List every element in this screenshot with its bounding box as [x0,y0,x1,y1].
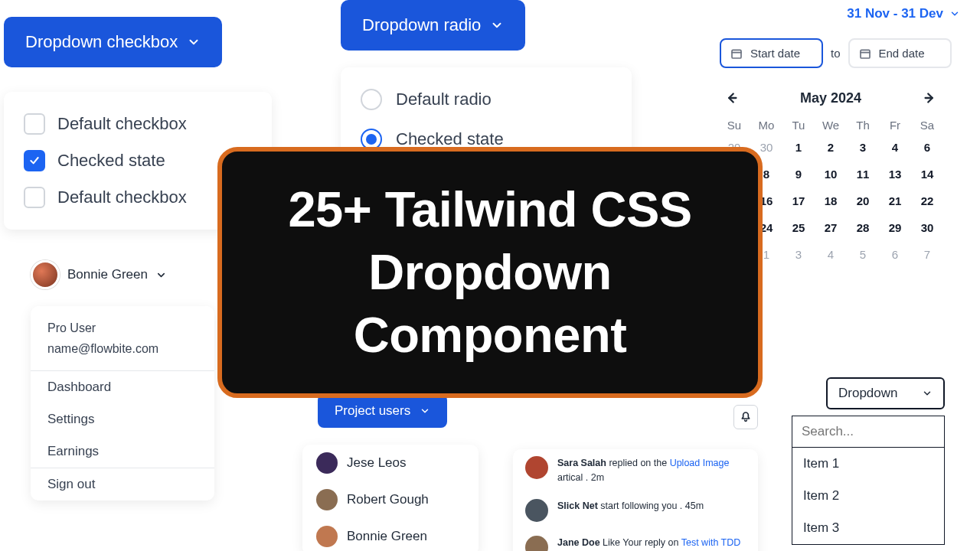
project-user-row[interactable]: Bonnie Green [302,518,479,551]
calendar-day[interactable]: 9 [784,163,813,185]
dropdown-item[interactable]: Item 2 [792,480,944,512]
calendar-day[interactable]: 4 [816,243,845,266]
user-menu: Pro User name@flowbite.com DashboardSett… [31,306,214,500]
project-user-row[interactable]: Robert Gough [302,481,479,518]
calendar-dow: Fr [880,119,910,132]
avatar [525,536,548,552]
date-range-label: 31 Nov - 31 Dev [847,6,943,21]
signout-item[interactable]: Sign out [31,468,214,500]
radio-label: Default radio [396,90,492,109]
dropdown-radio-button[interactable]: Dropdown radio [341,0,525,51]
bell-icon [740,411,752,423]
chevron-down-icon [490,18,504,32]
notification-row[interactable]: Jane Doe Like Your reply on Test with TD… [513,529,758,552]
user-email: name@flowbite.com [47,338,198,359]
avatar [525,456,548,479]
dropdown-item[interactable]: Item 1 [792,448,944,480]
calendar-day[interactable]: 2 [816,136,845,158]
prev-month-arrow[interactable] [723,90,740,106]
calendar-day[interactable]: 11 [848,163,877,185]
notification-text: Sara Salah replied on the Upload Image a… [557,456,746,485]
to-label: to [831,47,841,60]
calendar-day[interactable]: 29 [880,217,910,239]
calendar-day[interactable]: 20 [848,190,877,212]
notification-row[interactable]: Sara Salah replied on the Upload Image a… [513,449,758,492]
checkbox-icon [24,113,45,135]
chevron-down-icon [155,269,167,281]
calendar-dow: Mo [752,119,781,132]
dropdown-checkbox-button[interactable]: Dropdown checkbox [4,17,222,67]
project-user-row[interactable]: Jese Leos [302,445,479,481]
calendar-day[interactable]: 10 [816,163,845,185]
checkbox-label: Default checkbox [57,114,187,134]
simple-dropdown-label: Dropdown [838,386,898,401]
calendar-day[interactable]: 18 [816,190,845,212]
next-month-arrow[interactable] [922,90,939,106]
calendar-day[interactable]: 3 [848,136,877,158]
calendar-day[interactable]: 6 [913,136,942,158]
menu-item[interactable]: Settings [31,403,214,435]
calendar-day[interactable]: 5 [848,243,877,266]
calendar-day[interactable]: 13 [880,163,910,185]
dropdown-checkbox-label: Dropdown checkbox [25,32,178,52]
project-user-name: Jese Leos [347,455,407,471]
start-date-placeholder: Start date [750,47,800,60]
calendar-day[interactable]: 7 [913,243,942,266]
calendar-day[interactable]: 6 [880,243,910,266]
calendar-day[interactable]: 17 [784,190,813,212]
project-users-button[interactable]: Project users [318,394,447,428]
calendar-day[interactable]: 27 [816,217,845,239]
chevron-down-icon [949,8,960,19]
checkbox-label: Checked state [57,151,165,171]
title-banner: 25+ Tailwind CSS Dropdown Component [217,147,763,398]
chevron-down-icon [187,35,201,49]
calendar-dow: Th [848,119,877,132]
calendar-day[interactable]: 21 [880,190,910,212]
calendar-dow: Tu [784,119,813,132]
checkbox-icon [24,187,45,208]
avatar [31,260,60,289]
notification-row[interactable]: Slick Net start following you . 45m [513,492,758,529]
calendar-icon [859,47,871,60]
calendar-day[interactable]: 30 [913,217,942,239]
calendar-day[interactable]: 1 [784,136,813,158]
avatar [316,452,338,474]
project-users-panel: Jese LeosRobert GoughBonnie Green [302,445,479,551]
calendar-dow: Sa [913,119,942,132]
end-date-input[interactable]: End date [848,38,952,68]
calendar-day[interactable]: 4 [880,136,910,158]
notifications-button[interactable] [733,405,758,429]
simple-dropdown-panel: Item 1Item 2Item 3 [792,416,945,545]
checkbox-label: Default checkbox [57,187,187,207]
calendar-day[interactable]: 22 [913,190,942,212]
calendar-day[interactable]: 3 [784,243,813,266]
simple-dropdown-button[interactable]: Dropdown [826,377,945,409]
menu-item[interactable]: Earnings [31,435,214,468]
calendar-day[interactable]: 28 [848,217,877,239]
svg-rect-0 [732,50,741,58]
calendar-month: May 2024 [800,90,861,106]
radio-option[interactable]: Default radio [341,80,632,119]
notification-text: Jane Doe Like Your reply on Test with TD… [557,536,746,552]
checkbox-option[interactable]: Default checkbox [4,106,272,142]
dropdown-item[interactable]: Item 3 [792,512,944,544]
calendar-day[interactable]: 25 [784,217,813,239]
user-dropdown-trigger[interactable]: Bonnie Green [31,260,214,289]
end-date-placeholder: End date [879,47,925,60]
calendar-dow: We [816,119,845,132]
calendar-day[interactable]: 14 [913,163,942,185]
search-input[interactable] [792,416,944,448]
calendar-icon [730,47,743,60]
menu-item[interactable]: Dashboard [31,371,214,403]
project-user-name: Bonnie Green [347,529,427,544]
notification-text: Slick Net start following you . 45m [557,499,704,522]
avatar [316,526,338,547]
project-user-name: Robert Gough [347,492,429,507]
start-date-input[interactable]: Start date [720,38,823,68]
date-range-trigger[interactable]: 31 Nov - 31 Dev [720,6,965,21]
radio-icon [361,89,382,110]
notifications-panel: Sara Salah replied on the Upload Image a… [513,449,758,551]
avatar [525,499,548,522]
avatar [316,489,338,510]
dropdown-radio-label: Dropdown radio [362,15,481,35]
